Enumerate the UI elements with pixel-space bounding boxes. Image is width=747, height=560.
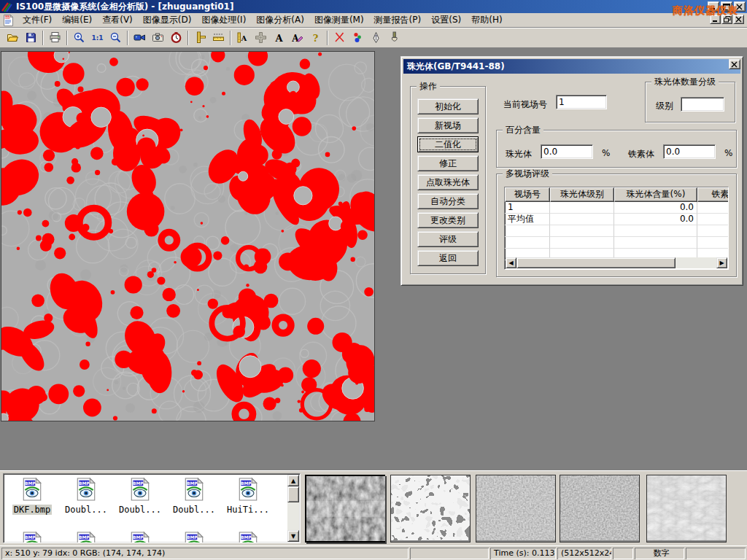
file-item-partial[interactable]: BMP bbox=[113, 529, 167, 542]
table-row[interactable] bbox=[505, 237, 728, 249]
table-horizontal-scrollbar[interactable]: ◀ ▶ bbox=[506, 257, 727, 268]
op-button-5[interactable]: 点取珠光体 bbox=[417, 174, 479, 190]
menu-item[interactable]: 帮助(H) bbox=[466, 12, 507, 28]
phase-balls-icon[interactable] bbox=[349, 29, 367, 47]
menu-item[interactable]: 图像处理(I) bbox=[196, 12, 251, 28]
zoom-in-icon[interactable] bbox=[70, 29, 88, 47]
table-row[interactable]: 平均值0.0 bbox=[505, 214, 728, 225]
multi-field-table[interactable]: 视场号珠光体级别珠光体含量(%)铁素体含量(%) 10.0平均值0.0 ◀ ▶ bbox=[504, 187, 729, 270]
dialog-title-bar[interactable]: 珠光体(GB/T9441-88) bbox=[403, 59, 740, 74]
svg-text:BMP: BMP bbox=[241, 535, 252, 540]
toolbar-separator bbox=[42, 31, 44, 45]
actual-size-icon[interactable]: 1:1 bbox=[88, 29, 107, 47]
video-camera-icon[interactable] bbox=[131, 29, 149, 47]
print-icon[interactable] bbox=[46, 29, 64, 47]
document-icon[interactable]: DOC bbox=[2, 14, 15, 26]
micrograph-view[interactable] bbox=[1, 51, 375, 421]
sample-thumbnail[interactable] bbox=[390, 475, 471, 542]
toolbar-separator bbox=[230, 31, 231, 45]
scrollbar-thumb[interactable] bbox=[287, 486, 299, 502]
ferrite-unit: % bbox=[724, 148, 732, 158]
file-item[interactable]: BMPDoubl... bbox=[113, 475, 167, 529]
table-cell: 0.0 bbox=[614, 202, 697, 214]
dialog-close-icon[interactable] bbox=[729, 59, 740, 69]
annotate-icon[interactable]: A bbox=[288, 29, 306, 47]
pen-icon[interactable] bbox=[367, 29, 385, 47]
scroll-left-icon[interactable]: ◀ bbox=[506, 257, 516, 268]
application-window: IS100显微摄像系统(金相分析版) - [zhuguangti01] 商洛仪器… bbox=[0, 0, 747, 560]
ferrite-input[interactable] bbox=[663, 144, 716, 159]
table-row[interactable]: 10.0 bbox=[505, 202, 728, 214]
table-cell bbox=[697, 202, 729, 214]
menu-item[interactable]: 查看(V) bbox=[97, 12, 138, 28]
menu-item[interactable]: 图像分析(A) bbox=[251, 12, 309, 28]
file-item-partial[interactable]: BMP bbox=[167, 529, 221, 542]
sample-thumbnail[interactable] bbox=[476, 475, 556, 542]
bmp-file-icon: BMP bbox=[22, 478, 42, 503]
save-icon[interactable] bbox=[22, 29, 40, 47]
toolbar: 1:1AAA? bbox=[0, 28, 747, 48]
file-list-scrollbar[interactable]: ▲ ▼ bbox=[287, 475, 299, 542]
op-button-2[interactable]: 新视场 bbox=[417, 117, 479, 133]
file-item[interactable]: BMPDoubl... bbox=[167, 475, 221, 529]
caliper-icon[interactable] bbox=[191, 29, 209, 47]
menu-item[interactable]: 编辑(E) bbox=[57, 12, 97, 28]
menu-item[interactable]: 测量报告(P) bbox=[369, 12, 427, 28]
op-button-8[interactable]: 评级 bbox=[417, 231, 479, 247]
menu-item[interactable]: 图像测量(M) bbox=[309, 12, 369, 28]
grade-group: 珠光体数量分级 级别 bbox=[645, 82, 735, 122]
menu-item[interactable]: 设置(S) bbox=[426, 12, 466, 28]
table-cell: 平均值 bbox=[505, 214, 550, 225]
op-button-4[interactable]: 修正 bbox=[417, 155, 479, 171]
text-icon[interactable]: A bbox=[270, 29, 288, 47]
zoom-out-icon[interactable] bbox=[107, 29, 125, 47]
file-item[interactable]: BMPDKF.bmp bbox=[5, 475, 59, 529]
table-col-header[interactable]: 珠光体级别 bbox=[550, 187, 614, 202]
menu-item[interactable]: 文件(F) bbox=[18, 12, 57, 28]
file-list[interactable]: BMPDKF.bmpBMPDoubl...BMPDoubl...BMPDoubl… bbox=[3, 473, 301, 543]
sample-thumbnail[interactable] bbox=[560, 475, 640, 542]
op-button-7[interactable]: 更改类别 bbox=[417, 212, 479, 228]
scroll-down-icon[interactable]: ▼ bbox=[287, 530, 299, 542]
file-item[interactable]: BMPDoubl... bbox=[59, 475, 113, 529]
timer-icon[interactable] bbox=[167, 29, 185, 47]
scroll-up-icon[interactable]: ▲ bbox=[287, 475, 299, 486]
scroll-right-icon[interactable]: ▶ bbox=[716, 257, 727, 268]
bmp-file-icon: BMP bbox=[130, 478, 150, 503]
table-cell bbox=[550, 214, 614, 225]
file-item[interactable]: BMPHuiTi... bbox=[221, 475, 275, 529]
file-item-partial[interactable]: BMP bbox=[5, 529, 59, 542]
grid-tool-icon[interactable] bbox=[252, 29, 270, 47]
vendor-watermark: 商洛仪器仪表 bbox=[673, 4, 738, 18]
table-col-header[interactable]: 视场号 bbox=[505, 187, 550, 202]
table-cell bbox=[550, 225, 614, 237]
current-field-input[interactable] bbox=[556, 95, 607, 109]
curve-tool-icon[interactable] bbox=[330, 29, 349, 47]
table-col-header[interactable]: 珠光体含量(%) bbox=[614, 187, 697, 202]
scrollbar-thumb[interactable] bbox=[516, 257, 676, 268]
file-item-partial[interactable]: BMP bbox=[221, 529, 275, 542]
help-icon[interactable]: ? bbox=[306, 29, 325, 47]
sample-thumbnail[interactable] bbox=[305, 475, 385, 542]
table-col-header[interactable]: 铁素体含量(%) bbox=[697, 187, 729, 202]
table-row[interactable] bbox=[505, 225, 728, 237]
title-bar: IS100显微摄像系统(金相分析版) - [zhuguangti01] bbox=[0, 0, 747, 13]
measure-text-icon[interactable]: A bbox=[233, 29, 252, 47]
sample-thumbnail[interactable] bbox=[646, 475, 727, 542]
grade-input[interactable] bbox=[681, 97, 724, 112]
pearlite-input[interactable] bbox=[541, 144, 593, 159]
op-button-9[interactable]: 返回 bbox=[417, 250, 479, 266]
file-item-partial[interactable]: BMP bbox=[59, 529, 113, 542]
photo-camera-icon[interactable] bbox=[149, 29, 167, 47]
file-items: BMPDKF.bmpBMPDoubl...BMPDoubl...BMPDoubl… bbox=[5, 475, 276, 542]
brush-icon[interactable] bbox=[385, 29, 403, 47]
op-button-6[interactable]: 自动分类 bbox=[417, 193, 479, 209]
svg-text:DOC: DOC bbox=[4, 16, 11, 19]
op-button-1[interactable]: 初始化 bbox=[417, 98, 479, 114]
menu-item[interactable]: 图像显示(D) bbox=[138, 12, 197, 28]
table-cell bbox=[505, 225, 550, 237]
ruler-icon[interactable] bbox=[209, 29, 228, 47]
op-button-3[interactable]: 二值化 bbox=[417, 136, 479, 152]
file-label: Doubl... bbox=[171, 505, 217, 515]
open-icon[interactable] bbox=[4, 29, 22, 47]
